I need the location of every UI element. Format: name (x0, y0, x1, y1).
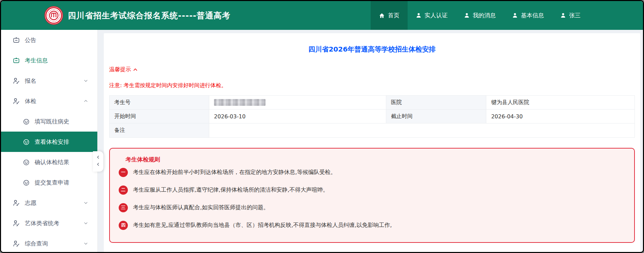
sidebar-item-view-exam-schedule[interactable]: 查看体检安排 (1, 132, 97, 152)
sidebar-item-label: 志愿 (25, 199, 36, 207)
exam-rules-box: 考生体检规则 一 考生应在体检开始前半小时到达体检场所，在指定的地方安静休息,等… (109, 148, 635, 243)
nav-user-zhangsan[interactable]: 张三 (552, 1, 589, 30)
rule-item-2: 二 考生应服从工作人员指挥,遵守纪律,保持体检场所的清洁和安静,不得大声喧哗。 (119, 181, 625, 199)
rule-number-badge: 二 (119, 186, 128, 195)
notice-board-icon (13, 36, 20, 44)
sidebar-item-announcements[interactable]: 公告 (1, 30, 97, 50)
sidebar-item-medical-history[interactable]: 填写既往病史 (1, 111, 97, 132)
chevron-left-icon (96, 162, 101, 168)
nav-label: 张三 (569, 12, 581, 19)
nav-label: 实人认证 (425, 12, 448, 19)
sidebar-item-label: 报名 (25, 77, 36, 85)
sidebar-item-label: 提交复查申请 (35, 179, 69, 187)
rule-number-badge: 三 (119, 203, 128, 212)
rule-number-badge: 一 (119, 168, 128, 177)
redacted-candidate-number (214, 99, 266, 106)
warm-tips-toggle[interactable]: 温馨提示 (109, 66, 138, 73)
field-label-start-time: 开始时间 (110, 110, 209, 123)
rule-text: 考生如有意见,应通过带队教师向当地县（市、区）招考机构反映,不得直接与体检人员纠… (133, 221, 392, 229)
user-icon (560, 13, 566, 18)
rule-item-3: 三 考生应与体检医师认真配合,如实回答医师提出的问题。 (119, 199, 625, 216)
page-title: 四川省2026年普通高等学校招生体检安排 (109, 33, 635, 54)
field-label-end-time: 截止时间 (386, 110, 487, 123)
field-label-remarks: 备注 (110, 123, 209, 137)
field-value-candidate-no (209, 96, 386, 110)
app-title: 四川省招生考试综合报名系统-----普通高考 (68, 10, 231, 21)
chevron-down-icon (83, 200, 89, 206)
sidebar: 公告 考生信息 报名 体检 (1, 30, 98, 253)
user-icon (464, 13, 470, 18)
rule-item-4: 四 考生如有意见,应通过带队教师向当地县（市、区）招考机构反映,不得直接与体检人… (119, 216, 625, 234)
chevron-down-icon (83, 220, 89, 226)
sidebar-item-submit-recheck-request[interactable]: 提交复查申请 (1, 172, 97, 193)
rule-text: 考生应与体检医师认真配合,如实回答医师提出的问题。 (133, 204, 269, 211)
rules-title: 考生体检规则 (125, 155, 625, 163)
app-header: 四川省招生考试综合报名系统-----普通高考 首页 实人认证 我的消息 (1, 1, 643, 30)
sidebar-item-label: 综合查询 (25, 240, 48, 248)
person-edit-icon (13, 240, 20, 247)
app-window: 四川省招生考试综合报名系统-----普通高考 首页 实人认证 我的消息 (0, 0, 644, 253)
nav-real-person-auth[interactable]: 实人认证 (408, 1, 456, 30)
sidebar-item-confirm-exam-result[interactable]: 确认体检结果 (1, 152, 97, 172)
sidebar-item-candidate-info[interactable]: 考生信息 (1, 50, 97, 71)
smiley-icon (23, 118, 30, 125)
chevron-left-icon (96, 155, 101, 161)
notice-board-icon (13, 57, 20, 64)
field-value-remarks (209, 123, 635, 137)
person-edit-icon (13, 97, 20, 105)
sidebar-item-preferences[interactable]: 志愿 (1, 193, 97, 213)
smiley-icon (23, 179, 30, 186)
sidebar-item-label: 艺体类省统考 (25, 219, 59, 227)
smiley-icon (23, 138, 30, 145)
person-edit-icon (13, 199, 20, 207)
field-value-end-time: 2026-04-30 (486, 110, 635, 123)
sidebar-collapse-handle[interactable] (93, 151, 103, 172)
content-card: 四川省2026年普通高等学校招生体检安排 温馨提示 注意: 考生需按规定时间内安… (104, 33, 640, 253)
nav-label: 基本信息 (521, 12, 544, 19)
rule-number-badge: 四 (119, 221, 128, 230)
nav-label: 我的消息 (473, 12, 496, 19)
person-edit-icon (13, 219, 20, 227)
chevron-down-icon (83, 78, 89, 83)
sidebar-item-label: 填写既往病史 (35, 118, 69, 125)
field-label-hospital: 医院 (386, 96, 487, 110)
nav-my-messages[interactable]: 我的消息 (456, 1, 504, 30)
chevron-down-icon (83, 241, 89, 246)
main-area: 四川省2026年普通高等学校招生体检安排 温馨提示 注意: 考生需按规定时间内安… (98, 30, 643, 253)
exam-schedule-table: 考生号 医院 犍为县人民医院 开始时间 2026-03-10 截止时间 2026… (109, 95, 635, 138)
chevron-up-icon (83, 98, 89, 104)
nav-label: 首页 (388, 12, 399, 19)
field-label-candidate-no: 考生号 (110, 96, 209, 110)
sidebar-item-label: 考生信息 (25, 57, 48, 64)
home-icon (379, 13, 385, 19)
sidebar-item-comprehensive-query[interactable]: 综合查询 (1, 233, 97, 253)
rule-item-1: 一 考生应在体检开始前半小时到达体检场所，在指定的地方安静休息,等候编队受检。 (119, 163, 625, 181)
rule-text: 考生应在体检开始前半小时到达体检场所，在指定的地方安静休息,等候编队受检。 (133, 169, 336, 176)
sidebar-item-label: 体检 (25, 97, 36, 105)
sidebar-item-arts-sports-exam[interactable]: 艺体类省统考 (1, 213, 97, 233)
sichuan-exam-seal-logo (44, 6, 63, 25)
caret-up-icon (133, 66, 138, 73)
warm-tips-label: 温馨提示 (109, 66, 131, 73)
sidebar-item-registration[interactable]: 报名 (1, 71, 97, 91)
exam-notice-text: 注意: 考生需按规定时间内安排好时间进行体检。 (109, 82, 635, 89)
person-edit-icon (13, 77, 20, 84)
field-value-start-time: 2026-03-10 (209, 110, 386, 123)
sidebar-item-physical-exam[interactable]: 体检 (1, 91, 97, 111)
user-icon (416, 13, 422, 18)
top-nav: 首页 实人认证 我的消息 基本信息 (371, 1, 643, 30)
smiley-icon (23, 159, 30, 166)
user-icon (512, 13, 518, 18)
field-value-hospital: 犍为县人民医院 (486, 96, 635, 110)
sidebar-item-label: 确认体检结果 (35, 158, 69, 166)
sidebar-item-label: 公告 (25, 36, 36, 44)
nav-basic-info[interactable]: 基本信息 (504, 1, 552, 30)
nav-home[interactable]: 首页 (371, 1, 408, 30)
rule-text: 考生应服从工作人员指挥,遵守纪律,保持体检场所的清洁和安静,不得大声喧哗。 (133, 186, 329, 194)
sidebar-item-label: 查看体检安排 (35, 138, 69, 146)
